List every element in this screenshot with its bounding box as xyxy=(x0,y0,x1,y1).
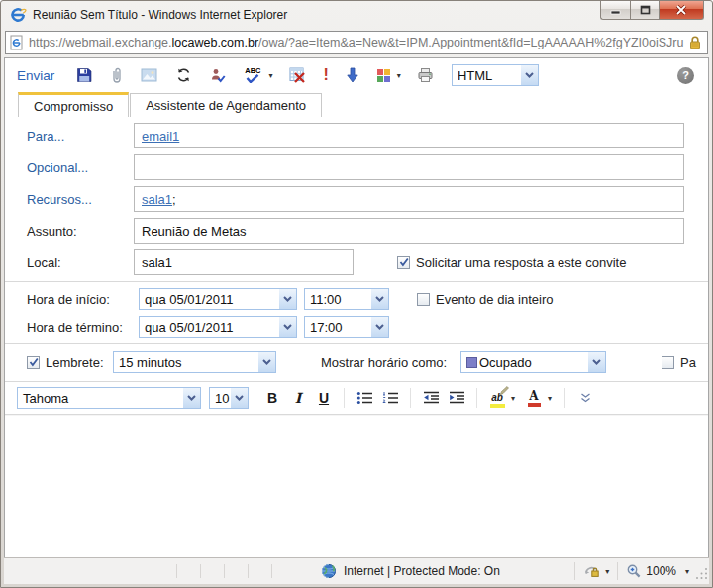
security-dropdown-arrow: ▾ xyxy=(605,567,609,576)
to-row: Para... email1 xyxy=(27,123,684,148)
more-formatting-button[interactable] xyxy=(573,387,597,409)
spellcheck-abc-label: ABC xyxy=(245,67,260,75)
private-label: Pa xyxy=(680,355,696,370)
importance-high-button[interactable]: ! xyxy=(324,66,329,84)
highlight-button[interactable]: ab xyxy=(485,387,509,409)
spellcheck-button[interactable]: ABC xyxy=(245,67,260,84)
categories-dropdown-arrow[interactable]: ▾ xyxy=(397,71,401,80)
divider xyxy=(476,388,477,408)
browser-window: Reunião Sem Título - Windows Internet Ex… xyxy=(0,0,713,588)
minimize-button[interactable] xyxy=(600,1,630,20)
close-icon xyxy=(675,5,687,15)
status-bar: Internet | Protected Mode: On ▾ xyxy=(4,557,709,584)
optional-input[interactable] xyxy=(134,154,684,180)
calendar-delete-icon xyxy=(289,67,306,83)
chevron-down-icon xyxy=(371,317,388,337)
resources-input[interactable]: sala1; xyxy=(134,186,684,212)
font-color-a-label: A xyxy=(529,390,538,402)
message-format-select[interactable]: HTML xyxy=(452,64,539,86)
font-color-button[interactable]: A xyxy=(522,387,546,409)
formatting-toolbar: Tahoma 10 B I U xyxy=(5,381,708,415)
send-button[interactable]: Enviar xyxy=(17,68,54,83)
save-button[interactable] xyxy=(76,67,92,83)
end-time-row: Hora de término: qua 05/01/2011 17:00 xyxy=(27,315,684,339)
location-label: Local: xyxy=(27,255,134,270)
end-time-select[interactable]: 17:00 xyxy=(304,316,389,338)
resources-button[interactable]: Recursos... xyxy=(27,192,134,207)
all-day-checkbox[interactable] xyxy=(417,293,430,306)
bullet-list-button[interactable] xyxy=(353,387,376,409)
insert-image-button[interactable] xyxy=(141,67,157,83)
start-date-select[interactable]: qua 05/01/2011 xyxy=(139,288,297,310)
all-day-label: Evento de dia inteiro xyxy=(436,292,554,307)
font-color-dropdown-arrow[interactable]: ▾ xyxy=(548,394,552,403)
bold-button[interactable]: B xyxy=(260,387,284,409)
show-time-as-select[interactable]: Ocupado xyxy=(460,351,606,373)
message-body-editor[interactable] xyxy=(5,415,708,558)
reminder-checkbox[interactable] xyxy=(27,356,40,369)
categories-button[interactable] xyxy=(376,68,391,83)
to-input[interactable]: email1 xyxy=(134,123,684,148)
to-button[interactable]: Para... xyxy=(27,129,134,144)
close-button[interactable] xyxy=(659,1,704,20)
request-response-checkbox[interactable] xyxy=(397,256,410,269)
zoom-level-value: 100% xyxy=(646,564,676,578)
highlight-dropdown-arrow[interactable]: ▾ xyxy=(511,394,515,403)
divider xyxy=(574,562,575,580)
address-bar-row: https://webmail.exchange.locaweb.com.br/… xyxy=(5,29,708,56)
subject-input[interactable]: Reunião de Metas xyxy=(134,218,684,244)
help-button[interactable]: ? xyxy=(677,67,694,84)
location-row: Local: sala1 Solicitar uma resposta a es… xyxy=(27,249,684,275)
font-family-select[interactable]: Tahoma xyxy=(17,387,201,409)
minimize-icon xyxy=(610,6,621,15)
url-text: https://webmail.exchange.locaweb.com.br/… xyxy=(29,36,688,49)
attach-button[interactable] xyxy=(110,67,123,84)
spellcheck-dropdown-arrow[interactable]: ▾ xyxy=(269,71,273,80)
chevron-down-icon xyxy=(231,388,248,408)
reminder-label: Lembrete: xyxy=(46,355,113,370)
ssl-padlock-icon[interactable] xyxy=(688,35,702,50)
tab-assistente-agendamento[interactable]: Assistente de Agendamento xyxy=(130,93,322,117)
picture-icon xyxy=(141,67,157,83)
save-icon xyxy=(76,67,92,83)
page-icon xyxy=(10,35,23,50)
numbered-list-button[interactable] xyxy=(378,387,402,409)
to-recipient-link[interactable]: email1 xyxy=(142,129,179,144)
importance-low-button[interactable] xyxy=(347,67,358,83)
chevron-down-icon xyxy=(279,289,296,309)
resource-link[interactable]: sala1 xyxy=(142,192,172,207)
title-bar[interactable]: Reunião Sem Título - Windows Internet Ex… xyxy=(1,1,712,29)
check-names-button[interactable] xyxy=(210,67,227,83)
font-size-select[interactable]: 10 xyxy=(209,387,249,409)
decrease-indent-button[interactable] xyxy=(419,387,443,409)
appointment-form: Para... email1 Opcional... Recursos... s… xyxy=(5,117,708,375)
paperclip-icon xyxy=(110,67,123,84)
cancel-invitation-button[interactable] xyxy=(289,67,306,83)
recurrence-button[interactable] xyxy=(175,67,192,83)
status-segments xyxy=(153,564,295,578)
print-button[interactable] xyxy=(417,67,434,83)
zoom-control[interactable]: 100% ▾ xyxy=(626,563,689,579)
reminder-select[interactable]: 15 minutos xyxy=(113,351,276,373)
tab-compromisso[interactable]: Compromisso xyxy=(18,92,129,117)
divider xyxy=(344,388,345,408)
subject-label: Assunto: xyxy=(27,224,134,239)
divider xyxy=(5,281,708,282)
security-report-button[interactable]: ▾ xyxy=(583,563,609,579)
address-bar[interactable]: https://webmail.exchange.locaweb.com.br/… xyxy=(5,31,708,54)
end-label: Hora de término: xyxy=(27,320,139,335)
increase-indent-button[interactable] xyxy=(445,387,468,409)
show-time-as-label: Mostrar horário como: xyxy=(321,355,460,370)
italic-button[interactable]: I xyxy=(286,387,310,409)
chevron-down-icon xyxy=(521,65,538,85)
location-input[interactable]: sala1 xyxy=(134,249,354,275)
private-checkbox[interactable] xyxy=(662,356,674,369)
underline-button[interactable]: U xyxy=(312,387,336,409)
resize-grip[interactable] xyxy=(695,561,709,581)
start-label: Hora de início: xyxy=(27,292,139,307)
optional-button[interactable]: Opcional... xyxy=(27,160,134,175)
end-date-select[interactable]: qua 05/01/2011 xyxy=(139,316,297,338)
maximize-button[interactable] xyxy=(630,1,659,20)
start-time-select[interactable]: 11:00 xyxy=(304,288,389,310)
increase-indent-icon xyxy=(449,391,465,405)
